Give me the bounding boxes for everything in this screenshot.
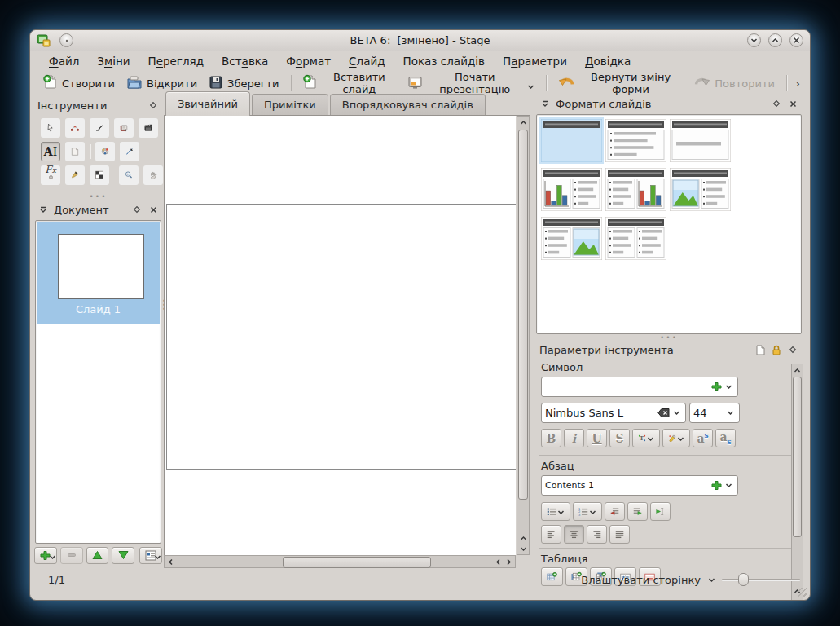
menu-item-7[interactable]: Показ слайдів <box>396 53 492 69</box>
clear-field-icon[interactable] <box>656 408 671 417</box>
horizontal-scrollbar[interactable] <box>164 555 516 568</box>
chevron-down-icon[interactable] <box>723 482 734 489</box>
view-mode-button[interactable] <box>139 547 162 564</box>
chevron-down-icon[interactable] <box>527 81 534 93</box>
dock-splitter[interactable]: ••• <box>34 193 162 199</box>
pattern-tool-button[interactable] <box>95 142 115 161</box>
tab-1[interactable]: Звичайний <box>165 91 250 116</box>
slide-layout-text-line[interactable] <box>668 117 732 164</box>
slide-layout-two-columns[interactable] <box>604 215 668 262</box>
float-dock-icon[interactable] <box>787 344 798 355</box>
strikethrough-button[interactable]: S <box>609 429 630 447</box>
font-size-combo[interactable]: 44 <box>689 403 740 423</box>
align-right-button[interactable] <box>587 525 607 544</box>
new-style-icon[interactable] <box>754 344 766 355</box>
scroll-up-icon[interactable] <box>518 117 528 127</box>
text-tool-button[interactable]: AI <box>41 142 60 161</box>
paragraph-style-combo[interactable]: Contents 1 <box>541 475 738 496</box>
menu-item-3[interactable]: Перегляд <box>141 53 212 69</box>
slide-layout-chart-bullets[interactable] <box>539 166 604 213</box>
increase-indent-button[interactable] <box>627 502 648 521</box>
menu-item-8[interactable]: Параметри <box>495 53 574 69</box>
move-slide-up-button[interactable] <box>86 547 109 564</box>
slide-layout-title-only[interactable] <box>539 117 604 164</box>
zoom-slider[interactable] <box>722 572 800 587</box>
scroll-left-icon[interactable] <box>493 557 503 566</box>
chevron-down-icon[interactable] <box>723 383 734 390</box>
chevron-down-icon[interactable] <box>725 409 736 417</box>
menu-item-5[interactable]: Формат <box>279 53 338 69</box>
float-dock-icon[interactable] <box>147 99 159 111</box>
dock-scroll-thumb[interactable] <box>793 377 802 537</box>
horizontal-scroll-thumb[interactable] <box>283 557 431 568</box>
add-slide-button[interactable] <box>34 547 57 564</box>
chevron-down-icon[interactable] <box>49 551 56 563</box>
scroll-up-icon[interactable] <box>792 365 802 375</box>
font-family-combo[interactable]: Nimbus Sans L <box>541 403 686 423</box>
scroll-down-icon[interactable] <box>518 544 528 553</box>
calligraphy-tool-button[interactable] <box>120 142 139 161</box>
menu-item-6[interactable]: Слайд <box>341 53 392 69</box>
slide-canvas[interactable] <box>164 116 516 555</box>
add-style-icon[interactable] <box>710 480 723 491</box>
maximize-button[interactable] <box>768 33 782 47</box>
collapse-dock-icon[interactable] <box>37 204 49 215</box>
formula-tool-button[interactable]: Fx <box>41 165 60 185</box>
pin-button[interactable] <box>59 33 73 47</box>
character-style-combo[interactable] <box>541 377 738 397</box>
chevron-down-icon[interactable] <box>706 574 717 585</box>
bullet-list-button[interactable] <box>541 502 570 521</box>
underline-button[interactable]: U <box>587 429 607 447</box>
scroll-right-icon[interactable] <box>504 557 513 566</box>
close-button[interactable] <box>789 33 803 47</box>
close-dock-icon[interactable] <box>147 204 159 215</box>
scroll-up-icon[interactable] <box>518 533 528 543</box>
chevron-down-icon[interactable] <box>647 432 654 445</box>
animation-tool-button[interactable] <box>114 118 134 138</box>
chevron-down-icon[interactable] <box>677 432 684 445</box>
collapse-dock-icon[interactable] <box>539 98 551 109</box>
dock-scrollbar[interactable] <box>791 364 803 601</box>
italic-button[interactable]: i <box>564 429 584 447</box>
menu-item-9[interactable]: Довідка <box>578 53 638 69</box>
vertical-scrollbar[interactable] <box>517 116 530 555</box>
numbered-list-button[interactable]: 123 <box>573 502 602 521</box>
add-style-icon[interactable] <box>710 381 723 392</box>
dock-splitter[interactable]: ••• <box>536 334 802 340</box>
connector-tool-button[interactable] <box>90 118 109 138</box>
highlight-color-button[interactable] <box>662 429 690 447</box>
insert-tab-button[interactable] <box>650 502 671 521</box>
tab-2[interactable]: Примітки <box>252 94 328 115</box>
titlebar[interactable]: BETA 6: [змінено] - Stage <box>30 30 810 51</box>
text-color-button[interactable]: T <box>632 429 660 447</box>
hand-tool-button[interactable] <box>143 165 163 185</box>
slide-layout-image-bullets[interactable] <box>668 166 732 213</box>
slide-list-item[interactable]: Слайд 1 <box>37 222 160 324</box>
vertical-scroll-thumb[interactable] <box>518 130 528 500</box>
resize-grip[interactable] <box>798 588 807 597</box>
zoom-mode-label[interactable]: Влаштувати сторінку <box>581 574 701 586</box>
menu-item-1[interactable]: Файл <box>42 53 86 69</box>
float-dock-icon[interactable] <box>131 204 143 215</box>
gradient-tool-button[interactable] <box>90 165 109 185</box>
slide-page[interactable] <box>166 204 516 470</box>
chevron-down-icon[interactable] <box>557 505 565 518</box>
superscript-button[interactable]: as <box>693 429 713 447</box>
lock-icon[interactable] <box>771 344 782 355</box>
toolbar-overflow-icon[interactable]: › <box>793 77 803 90</box>
pointer-tool-button[interactable] <box>41 118 60 138</box>
chevron-down-icon[interactable] <box>671 409 682 417</box>
shape-tool-button[interactable] <box>65 142 85 161</box>
bezier-tool-button[interactable] <box>65 118 85 138</box>
tab-3[interactable]: Впорядковувач слайдів <box>330 94 486 115</box>
zoom-slider-track[interactable] <box>722 579 800 580</box>
menu-item-4[interactable]: Вставка <box>214 53 275 69</box>
align-left-button[interactable] <box>541 525 561 544</box>
move-slide-down-button[interactable] <box>112 547 134 564</box>
zoom-tool-button[interactable]: 1:1 <box>119 165 139 185</box>
slide-layout-bullets-chart[interactable] <box>604 166 668 213</box>
chevron-down-icon[interactable] <box>154 551 161 563</box>
subscript-button[interactable]: as <box>715 429 736 447</box>
video-tool-button[interactable] <box>139 118 158 138</box>
minimize-button[interactable] <box>747 33 761 47</box>
